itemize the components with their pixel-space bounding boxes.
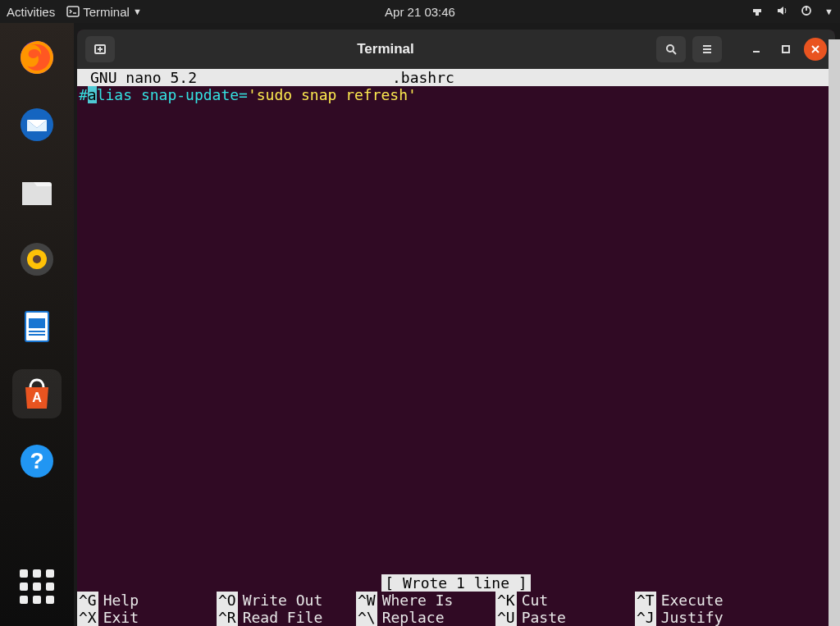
- nano-filename: .bashrc: [392, 69, 454, 86]
- sc-label: Cut: [517, 592, 549, 609]
- sc-label: Read File: [238, 609, 323, 626]
- nano-status-line: [ Wrote 1 line ]: [77, 574, 835, 592]
- maximize-icon: [780, 43, 792, 55]
- window-title: Terminal: [121, 41, 650, 57]
- sc-label: Justify: [656, 609, 724, 626]
- svg-rect-0: [67, 7, 79, 16]
- editor-body[interactable]: [77, 103, 835, 574]
- sc-label: Write Out: [238, 592, 323, 609]
- dock-item-thunderbird[interactable]: [12, 100, 62, 149]
- shortcut-row-2: ^XExit ^RRead File ^\Replace ^UPaste ^JJ…: [77, 609, 835, 626]
- svg-line-20: [673, 51, 676, 54]
- clock[interactable]: Apr 21 03:46: [385, 5, 455, 19]
- thunderbird-icon: [17, 105, 57, 144]
- dock: A ?: [0, 23, 74, 626]
- search-icon: [664, 43, 678, 56]
- window-titlebar: Terminal: [77, 30, 835, 69]
- dock-item-firefox[interactable]: [12, 33, 62, 82]
- nano-shortcuts: ^GHelp ^OWrite Out ^WWhere Is ^KCut ^TEx…: [77, 592, 835, 626]
- sc-key: ^R: [217, 609, 238, 626]
- svg-rect-10: [29, 318, 45, 328]
- dock-item-libreoffice[interactable]: [12, 302, 62, 351]
- dock-item-files[interactable]: [12, 167, 62, 217]
- scrollbar[interactable]: [829, 39, 840, 626]
- sc-key: ^U: [495, 609, 517, 626]
- comment-hash: #: [79, 86, 88, 103]
- sc-label: Execute: [656, 592, 724, 609]
- system-menu-chevron-icon[interactable]: ▼: [824, 7, 833, 16]
- new-tab-button[interactable]: [85, 36, 115, 62]
- sc-key: ^W: [356, 592, 377, 609]
- cursor: a: [88, 86, 97, 103]
- terminal-icon: [66, 5, 80, 18]
- activities-button[interactable]: Activities: [7, 5, 55, 19]
- app-menu[interactable]: Terminal ▼: [66, 5, 142, 19]
- terminal-content[interactable]: GNU nano 5.2 .bashrc #alias snap-update=…: [77, 69, 835, 626]
- svg-point-19: [667, 45, 673, 52]
- nano-version: GNU nano 5.2: [80, 69, 392, 86]
- document-icon: [17, 307, 57, 346]
- sc-key: ^O: [217, 592, 238, 609]
- gnome-top-bar: Activities Terminal ▼ Apr 21 03:46 ▼: [0, 0, 840, 23]
- close-button[interactable]: [804, 38, 827, 61]
- chevron-down-icon: ▼: [133, 7, 142, 16]
- sc-label: Help: [98, 592, 139, 609]
- sc-key: ^G: [77, 592, 98, 609]
- firefox-icon: [17, 38, 57, 77]
- show-applications-button[interactable]: [12, 562, 62, 611]
- shopping-bag-icon: A: [17, 374, 57, 414]
- sc-label: Exit: [98, 609, 139, 626]
- grid-icon: [20, 569, 54, 604]
- minimize-button[interactable]: [745, 38, 768, 61]
- alias-assign: snap-update=: [132, 86, 248, 103]
- sc-key: ^T: [635, 592, 656, 609]
- dock-item-ubuntu-software[interactable]: A: [12, 369, 62, 418]
- minimize-icon: [751, 43, 762, 55]
- svg-rect-25: [783, 46, 789, 53]
- shortcut-row-1: ^GHelp ^OWrite Out ^WWhere Is ^KCut ^TEx…: [77, 592, 835, 609]
- svg-text:A: A: [32, 391, 42, 404]
- editor-line-1[interactable]: #alias snap-update='sudo snap refresh': [77, 86, 835, 103]
- svg-point-8: [33, 255, 41, 263]
- nano-status-text: [ Wrote 1 line ]: [381, 574, 530, 592]
- hamburger-menu-button[interactable]: [692, 36, 722, 62]
- hamburger-icon: [701, 43, 714, 56]
- keyword-alias: lias: [97, 86, 132, 103]
- network-icon[interactable]: [751, 4, 764, 20]
- svg-text:?: ?: [30, 448, 43, 473]
- sc-key: ^J: [635, 609, 656, 626]
- sc-key: ^K: [495, 592, 517, 609]
- power-icon[interactable]: [800, 4, 813, 20]
- maximize-button[interactable]: [774, 38, 797, 61]
- dock-item-help[interactable]: ?: [12, 436, 62, 486]
- help-icon: ?: [17, 441, 57, 481]
- sc-key: ^\: [356, 609, 377, 626]
- volume-icon[interactable]: [775, 4, 788, 20]
- speaker-icon: [17, 240, 57, 279]
- dock-item-rhythmbox[interactable]: [12, 235, 62, 284]
- new-tab-icon: [94, 43, 107, 56]
- app-menu-label: Terminal: [83, 5, 130, 19]
- sc-label: Where Is: [377, 592, 454, 609]
- sc-label: Paste: [517, 609, 566, 626]
- close-icon: [810, 43, 821, 55]
- sc-key: ^X: [77, 609, 98, 626]
- search-button[interactable]: [656, 36, 686, 62]
- folder-icon: [17, 172, 57, 212]
- nano-title-bar: GNU nano 5.2 .bashrc: [77, 69, 835, 86]
- terminal-window: Terminal GNU nano 5.2 .bashrc #alias sna…: [77, 30, 835, 626]
- sc-label: Replace: [377, 609, 445, 626]
- alias-value: 'sudo snap refresh': [248, 86, 417, 103]
